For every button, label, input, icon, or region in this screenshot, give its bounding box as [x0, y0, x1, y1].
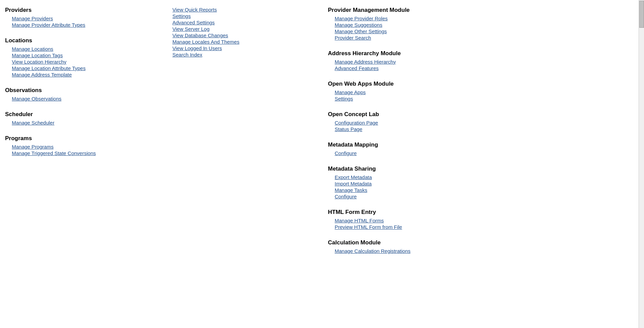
scrollbar-thumb[interactable] — [639, 1, 644, 28]
link-manage-other-settings[interactable]: Manage Other Settings — [335, 28, 387, 34]
link-import-metadata[interactable]: Import Metadata — [335, 181, 372, 187]
section-heading-calculation-module: Calculation Module — [328, 239, 554, 246]
section-heading-open-web-apps-module: Open Web Apps Module — [328, 81, 554, 87]
scrollbar[interactable] — [639, 0, 644, 328]
list-item-search-index: Search Index — [172, 52, 318, 58]
section-links-programs: Manage ProgramsManage Triggered State Co… — [5, 144, 156, 156]
link-view-server-log[interactable]: View Server Log — [172, 26, 210, 32]
link-manage-provider-roles[interactable]: Manage Provider Roles — [335, 16, 388, 21]
list-item-settings: Settings — [172, 13, 318, 19]
section-provider-management-module: Provider Management ModuleManage Provide… — [328, 7, 554, 41]
page-container: ProvidersManage ProvidersManage Provider… — [0, 0, 644, 328]
link-configure-sharing[interactable]: Configure — [335, 194, 357, 199]
list-item-manage-html-forms: Manage HTML Forms — [335, 218, 554, 223]
list-item-configure-mapping: Configure — [335, 150, 554, 156]
section-heading-provider-management-module: Provider Management Module — [328, 7, 554, 14]
section-locations: LocationsManage LocationsManage Location… — [5, 37, 156, 78]
link-view-location-hierarchy[interactable]: View Location Hierarchy — [12, 59, 66, 65]
link-settings-apps[interactable]: Settings — [335, 96, 353, 102]
section-settings-group: View Quick ReportsSettingsAdvanced Setti… — [166, 7, 318, 58]
list-item-preview-html-form-from-file: Preview HTML Form from File — [335, 224, 554, 230]
link-manage-apps[interactable]: Manage Apps — [335, 89, 366, 95]
list-item-manage-scheduler: Manage Scheduler — [12, 120, 156, 126]
list-item-advanced-settings: Advanced Settings — [172, 20, 318, 25]
section-links-observations: Manage Observations — [5, 96, 156, 102]
section-links-open-concept-lab: Configuration PageStatus Page — [328, 120, 554, 132]
list-item-manage-address-hierarchy: Manage Address Hierarchy — [335, 59, 554, 65]
list-item-manage-provider-attribute-types: Manage Provider Attribute Types — [12, 22, 156, 28]
section-heading-locations: Locations — [5, 37, 156, 44]
section-heading-address-hierarchy-module: Address Hierarchy Module — [328, 50, 554, 57]
link-manage-providers[interactable]: Manage Providers — [12, 16, 53, 21]
list-item-status-page: Status Page — [335, 126, 554, 132]
section-open-web-apps-module: Open Web Apps ModuleManage AppsSettings — [328, 81, 554, 102]
list-item-manage-location-attribute-types: Manage Location Attribute Types — [12, 65, 156, 71]
link-manage-suggestions[interactable]: Manage Suggestions — [335, 22, 382, 28]
link-manage-provider-attribute-types[interactable]: Manage Provider Attribute Types — [12, 22, 85, 28]
section-html-form-entry: HTML Form EntryManage HTML FormsPreview … — [328, 209, 554, 230]
link-manage-calculation-registrations[interactable]: Manage Calculation Registrations — [335, 248, 410, 254]
link-manage-location-attribute-types[interactable]: Manage Location Attribute Types — [12, 65, 86, 71]
list-item-manage-triggered-state-conversions: Manage Triggered State Conversions — [12, 150, 156, 156]
list-item-manage-address-template: Manage Address Template — [12, 72, 156, 78]
list-item-provider-search: Provider Search — [335, 35, 554, 41]
list-item-import-metadata: Import Metadata — [335, 181, 554, 187]
list-item-settings-apps: Settings — [335, 96, 554, 102]
link-configure-mapping[interactable]: Configure — [335, 150, 357, 156]
link-search-index[interactable]: Search Index — [172, 52, 202, 58]
link-manage-address-hierarchy[interactable]: Manage Address Hierarchy — [335, 59, 396, 65]
list-item-manage-calculation-registrations: Manage Calculation Registrations — [335, 248, 554, 254]
link-settings[interactable]: Settings — [172, 13, 191, 19]
link-configuration-page[interactable]: Configuration Page — [335, 120, 378, 126]
link-preview-html-form-from-file[interactable]: Preview HTML Form from File — [335, 224, 402, 230]
list-item-manage-tasks: Manage Tasks — [335, 187, 554, 193]
list-item-manage-locations: Manage Locations — [12, 46, 156, 52]
list-item-view-quick-reports: View Quick Reports — [172, 7, 318, 13]
link-status-page[interactable]: Status Page — [335, 126, 362, 132]
link-export-metadata[interactable]: Export Metadata — [335, 174, 372, 180]
link-manage-programs[interactable]: Manage Programs — [12, 144, 53, 150]
link-view-database-changes[interactable]: View Database Changes — [172, 32, 228, 38]
link-view-logged-in-users[interactable]: View Logged In Users — [172, 45, 222, 51]
list-item-manage-providers: Manage Providers — [12, 16, 156, 21]
section-links-address-hierarchy-module: Manage Address HierarchyAdvanced Feature… — [328, 59, 554, 71]
right-column: Provider Management ModuleManage Provide… — [325, 3, 561, 325]
left-column: ProvidersManage ProvidersManage Provider… — [0, 3, 162, 325]
section-heading-programs: Programs — [5, 135, 156, 142]
link-manage-scheduler[interactable]: Manage Scheduler — [12, 120, 54, 126]
list-item-manage-provider-roles: Manage Provider Roles — [335, 16, 554, 21]
section-links-metadata-mapping: Configure — [328, 150, 554, 156]
section-scheduler: SchedulerManage Scheduler — [5, 111, 156, 126]
list-item-manage-locales-and-themes: Manage Locales And Themes — [172, 39, 318, 45]
section-links-providers: Manage ProvidersManage Provider Attribut… — [5, 16, 156, 28]
list-item-view-logged-in-users: View Logged In Users — [172, 45, 318, 51]
link-provider-search[interactable]: Provider Search — [335, 35, 371, 41]
section-metadata-mapping: Metadata MappingConfigure — [328, 141, 554, 156]
list-item-manage-suggestions: Manage Suggestions — [335, 22, 554, 28]
list-item-configure-sharing: Configure — [335, 194, 554, 199]
link-manage-observations[interactable]: Manage Observations — [12, 96, 62, 102]
link-manage-locations[interactable]: Manage Locations — [12, 46, 53, 52]
link-advanced-settings[interactable]: Advanced Settings — [172, 20, 215, 25]
link-manage-locales-and-themes[interactable]: Manage Locales And Themes — [172, 39, 239, 45]
link-advanced-features[interactable]: Advanced Features — [335, 65, 379, 71]
link-manage-html-forms[interactable]: Manage HTML Forms — [335, 218, 384, 223]
link-manage-tasks[interactable]: Manage Tasks — [335, 187, 367, 193]
list-item-manage-location-tags: Manage Location Tags — [12, 52, 156, 58]
section-heading-html-form-entry: HTML Form Entry — [328, 209, 554, 216]
section-heading-scheduler: Scheduler — [5, 111, 156, 118]
section-open-concept-lab: Open Concept LabConfiguration PageStatus… — [328, 111, 554, 132]
section-links-locations: Manage LocationsManage Location TagsView… — [5, 46, 156, 78]
list-item-manage-programs: Manage Programs — [12, 144, 156, 150]
list-item-manage-apps: Manage Apps — [335, 89, 554, 95]
list-item-view-database-changes: View Database Changes — [172, 32, 318, 38]
link-view-quick-reports[interactable]: View Quick Reports — [172, 7, 217, 13]
section-links-calculation-module: Manage Calculation Registrations — [328, 248, 554, 254]
section-links-settings-group: View Quick ReportsSettingsAdvanced Setti… — [166, 7, 318, 58]
link-manage-address-template[interactable]: Manage Address Template — [12, 72, 72, 78]
link-manage-location-tags[interactable]: Manage Location Tags — [12, 52, 63, 58]
section-heading-open-concept-lab: Open Concept Lab — [328, 111, 554, 118]
list-item-advanced-features: Advanced Features — [335, 65, 554, 71]
list-item-manage-observations: Manage Observations — [12, 96, 156, 102]
link-manage-triggered-state-conversions[interactable]: Manage Triggered State Conversions — [12, 150, 96, 156]
